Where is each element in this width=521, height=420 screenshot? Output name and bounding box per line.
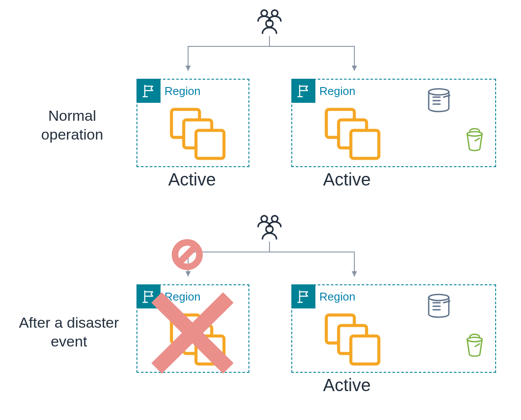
region-label: Region: [319, 290, 355, 304]
instances-icon: [322, 312, 388, 367]
svg-rect-8: [351, 130, 379, 158]
status-right-disaster: Active: [291, 375, 402, 395]
region-tab: [291, 79, 315, 103]
status-left-normal: Active: [136, 170, 248, 189]
region-box-left-disaster: Region: [136, 284, 249, 373]
bucket-icon: [462, 333, 487, 359]
normal-op-label-text: Normal operation: [41, 107, 103, 143]
region-label: Region: [164, 290, 200, 304]
prohibited-icon: [170, 237, 205, 272]
region-box-left-normal: Region: [136, 79, 249, 167]
disaster-label-text: After a disaster event: [19, 314, 119, 350]
region-tab: [136, 284, 161, 308]
region-label: Region: [319, 84, 355, 98]
region-tab: [291, 284, 315, 308]
normal-op-label: Normal operation: [24, 106, 120, 144]
region-tab: [136, 79, 161, 103]
svg-point-0: [261, 10, 267, 16]
database-icon: [424, 292, 453, 321]
svg-rect-5: [196, 130, 224, 158]
region-box-right-disaster: Region: [291, 284, 496, 373]
region-box-right-normal: Region: [291, 79, 496, 167]
instances-icon: [322, 107, 388, 161]
svg-point-2: [266, 20, 273, 27]
users-icon: [255, 8, 284, 36]
users-icon: [255, 214, 284, 242]
svg-rect-20: [351, 336, 379, 364]
flag-icon: [141, 289, 156, 304]
flag-icon: [296, 289, 311, 304]
region-label: Region: [164, 84, 200, 98]
connector-bottom: [127, 242, 407, 285]
svg-point-1: [272, 10, 278, 16]
svg-point-10: [272, 216, 278, 222]
connector-top: [127, 36, 407, 80]
flag-icon: [296, 84, 311, 98]
flag-icon: [141, 84, 156, 98]
instances-icon: [167, 107, 233, 161]
bucket-icon: [462, 128, 487, 153]
diagram-canvas: Normal operation: [0, 0, 521, 420]
disaster-label: After a disaster event: [9, 313, 129, 350]
svg-point-11: [266, 226, 273, 233]
svg-point-9: [261, 216, 267, 222]
status-right-normal: Active: [291, 170, 402, 189]
database-icon: [424, 87, 453, 116]
svg-rect-15: [196, 336, 224, 364]
instances-icon: [167, 312, 233, 367]
